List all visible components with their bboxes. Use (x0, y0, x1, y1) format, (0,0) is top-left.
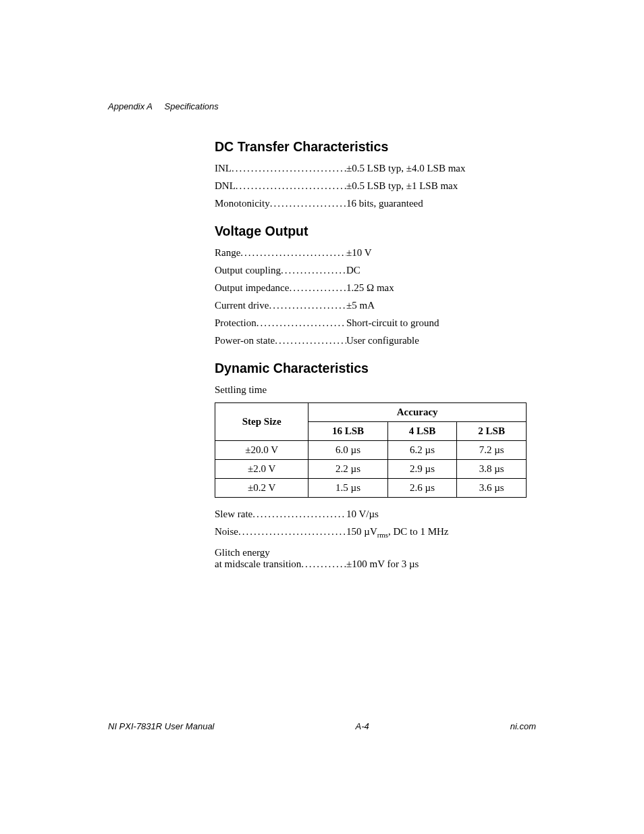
leader-dots (289, 282, 346, 294)
leader-dots (232, 163, 346, 174)
table-row: ±2.0 V 2.2 µs 2.9 µs 3.8 µs (215, 460, 527, 479)
leader-dots (236, 180, 346, 192)
table-cell: 7.2 µs (457, 441, 527, 460)
accuracy-header: Accuracy (308, 403, 527, 422)
spec-label: Output impedance (215, 282, 289, 294)
glitch-line1: Glitch energy (215, 547, 536, 558)
table-cell: 2.2 µs (308, 460, 387, 479)
dc-heading: DC Transfer Characteristics (215, 138, 514, 155)
col-header: 2 LSB (457, 422, 527, 441)
table-cell: 2.9 µs (387, 460, 457, 479)
spec-label: Current drive (215, 300, 269, 311)
spec-label: DNL (215, 180, 236, 192)
spec-row: at midscale transition ±100 mV for 3 µs (215, 558, 536, 570)
step-cell: ±0.2 V (215, 479, 308, 498)
spec-row: Noise 150 µVrms, DC to 1 MHz (215, 526, 536, 539)
step-cell: ±2.0 V (215, 460, 308, 479)
appendix-label: Appendix A (108, 101, 153, 111)
spec-value: ±100 mV for 3 µs (346, 558, 419, 570)
leader-dots (301, 558, 346, 570)
spec-value: 10 V/µs (346, 509, 379, 520)
spec-value: ±0.5 LSB typ, ±1 LSB max (346, 180, 458, 192)
spec-row: Current drive ±5 mA (215, 300, 536, 311)
leader-dots (240, 247, 346, 259)
leader-dots (281, 265, 346, 276)
table-cell: 6.0 µs (308, 441, 387, 460)
spec-row: Power-on state User configurable (215, 335, 536, 346)
footer-center: A-4 (355, 721, 369, 731)
spec-row: Output coupling DC (215, 265, 536, 276)
settling-table: Step Size Accuracy 16 LSB 4 LSB 2 LSB ±2… (215, 402, 527, 498)
page-header: Appendix A Specifications (108, 101, 536, 111)
spec-label: Noise (215, 526, 238, 538)
spec-label: Power-on state (215, 335, 275, 346)
spec-label: Output coupling (215, 265, 281, 276)
leader-dots (252, 509, 346, 520)
spec-value: ±5 mA (346, 300, 375, 311)
leader-dots (257, 317, 346, 329)
spec-row: DNL ±0.5 LSB typ, ±1 LSB max (215, 180, 536, 192)
spec-value: Short-circuit to ground (346, 317, 439, 329)
table-cell: 3.6 µs (457, 479, 527, 498)
footer-left: NI PXI-7831R User Manual (108, 721, 215, 731)
page-footer: NI PXI-7831R User Manual A-4 ni.com (108, 721, 536, 731)
spec-value: User configurable (346, 335, 419, 346)
step-size-header: Step Size (215, 403, 308, 441)
leader-dots (269, 300, 346, 311)
table-row: ±0.2 V 1.5 µs 2.6 µs 3.6 µs (215, 479, 527, 498)
leader-dots (238, 526, 346, 538)
spec-label: at midscale transition (215, 558, 301, 570)
spec-value: ±0.5 LSB typ, ±4.0 LSB max (346, 163, 465, 174)
leader-dots (275, 335, 346, 346)
spec-row: Output impedance 1.25 Ω max (215, 282, 536, 294)
spec-value: ±10 V (346, 247, 372, 259)
spec-label: Slew rate (215, 509, 252, 520)
voltage-section: Voltage Output Range ±10 V Output coupli… (215, 223, 536, 346)
spec-label: Protection (215, 317, 257, 329)
spec-value: 1.25 Ω max (346, 282, 394, 294)
spec-row: Range ±10 V (215, 247, 536, 259)
settling-label: Settling time (215, 384, 536, 396)
table-cell: 3.8 µs (457, 460, 527, 479)
footer-right: ni.com (510, 721, 536, 731)
table-row: ±20.0 V 6.0 µs 6.2 µs 7.2 µs (215, 441, 527, 460)
spec-row: Monotonicity 16 bits, guaranteed (215, 198, 536, 209)
section-label: Specifications (165, 101, 219, 111)
voltage-heading: Voltage Output (215, 223, 514, 239)
spec-label: Range (215, 247, 240, 259)
spec-value: 150 µVrms, DC to 1 MHz (346, 526, 449, 539)
spec-row: INL ±0.5 LSB typ, ±4.0 LSB max (215, 163, 536, 174)
spec-row: Slew rate 10 V/µs (215, 509, 536, 520)
dynamic-section: Dynamic Characteristics Settling time St… (215, 360, 536, 570)
col-header: 4 LSB (387, 422, 457, 441)
col-header: 16 LSB (308, 422, 387, 441)
spec-label: INL (215, 163, 232, 174)
step-cell: ±20.0 V (215, 441, 308, 460)
dc-section: DC Transfer Characteristics INL ±0.5 LSB… (215, 138, 536, 209)
table-cell: 1.5 µs (308, 479, 387, 498)
table-cell: 6.2 µs (387, 441, 457, 460)
spec-row: Protection Short-circuit to ground (215, 317, 536, 329)
leader-dots (270, 198, 346, 209)
spec-value: DC (346, 265, 360, 276)
dynamic-heading: Dynamic Characteristics (215, 360, 514, 376)
table-cell: 2.6 µs (387, 479, 457, 498)
spec-value: 16 bits, guaranteed (346, 198, 423, 209)
spec-label: Monotonicity (215, 198, 270, 209)
